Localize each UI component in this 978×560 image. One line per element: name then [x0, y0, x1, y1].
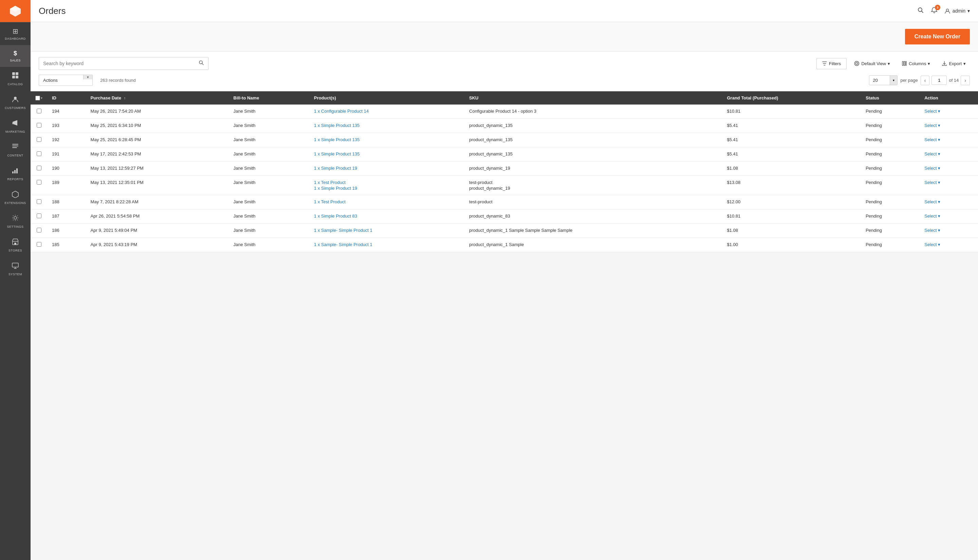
row-bill-to-name: Jane Smith	[229, 195, 309, 209]
row-select-button[interactable]: Select ▾	[925, 152, 940, 157]
row-select-button[interactable]: Select ▾	[925, 213, 940, 218]
product-link[interactable]: 1 x Sample- Simple Product 1	[314, 228, 460, 233]
sidebar-item-marketing[interactable]: MARKETING	[0, 114, 30, 138]
row-checkbox[interactable]	[37, 213, 42, 218]
select-all-chevron[interactable]: ▾	[41, 97, 42, 100]
search-submit-icon[interactable]	[199, 60, 204, 67]
product-link[interactable]: 1 x Sample- Simple Product 1	[314, 242, 460, 247]
select-chevron-icon: ▾	[938, 242, 940, 247]
sidebar-item-label: CATALOG	[7, 82, 23, 86]
select-all-checkbox[interactable]	[35, 96, 40, 100]
row-select-button[interactable]: Select ▾	[925, 199, 940, 204]
sidebar-item-label: REPORTS	[7, 178, 23, 181]
prev-page-button[interactable]: ‹	[921, 76, 930, 85]
row-checkbox[interactable]	[37, 180, 42, 185]
row-bill-to-name: Jane Smith	[229, 162, 309, 176]
row-bill-to-name: Jane Smith	[229, 176, 309, 195]
sidebar-item-content[interactable]: CONTENT	[0, 138, 30, 162]
sidebar-item-reports[interactable]: REPORTS	[0, 162, 30, 186]
row-purchase-date: Apr 9, 2021 5:43:19 PM	[86, 238, 229, 252]
sidebar-item-stores[interactable]: STORES	[0, 233, 30, 257]
sidebar-item-label: CONTENT	[7, 154, 23, 157]
row-select-button[interactable]: Select ▾	[925, 166, 940, 171]
next-page-button[interactable]: ›	[961, 76, 970, 85]
row-checkbox[interactable]	[37, 242, 42, 247]
system-icon	[12, 262, 19, 271]
svg-rect-9	[12, 172, 13, 173]
admin-user[interactable]: admin ▾	[945, 8, 970, 14]
product-link[interactable]: 1 x Simple Product 135	[314, 123, 460, 128]
actions-select-input[interactable]: Actions	[39, 75, 83, 85]
view-label: Default View	[861, 61, 886, 66]
search-input[interactable]	[43, 61, 199, 66]
sidebar-item-label: EXTENSIONS	[4, 201, 26, 205]
per-page-input[interactable]: 20	[870, 76, 890, 85]
sidebar-item-extensions[interactable]: EXTENSIONS	[0, 186, 30, 209]
row-select-button[interactable]: Select ▾	[925, 108, 940, 114]
sidebar-item-dashboard[interactable]: ⊞ DASHBOARD	[0, 22, 30, 45]
product-link[interactable]: 1 x Test Product	[314, 180, 460, 185]
svg-rect-10	[14, 170, 16, 173]
th-purchase-date[interactable]: Purchase Date ↑	[86, 91, 229, 105]
sidebar-item-catalog[interactable]: CATALOG	[0, 67, 30, 91]
product-link[interactable]: 1 x Simple Product 83	[314, 213, 460, 218]
sidebar-logo[interactable]	[0, 0, 30, 22]
sidebar-item-settings[interactable]: SETTINGS	[0, 209, 30, 233]
filters-button[interactable]: Filters	[816, 58, 846, 69]
product-link[interactable]: 1 x Configurable Product 14	[314, 108, 460, 114]
page-number-input[interactable]	[931, 76, 947, 85]
row-products: 1 x Simple Product 19	[309, 162, 464, 176]
row-status: Pending	[861, 209, 920, 224]
page-total: of 14	[949, 78, 959, 83]
row-checkbox[interactable]	[37, 199, 42, 204]
table-row: 190May 13, 2021 12:59:27 PMJane Smith1 x…	[30, 162, 978, 176]
product-link[interactable]: 1 x Simple Product 19	[314, 186, 460, 191]
row-status: Pending	[861, 147, 920, 162]
sidebar-item-customers[interactable]: CUSTOMERS	[0, 91, 30, 114]
row-purchase-date: Apr 26, 2021 5:54:58 PM	[86, 209, 229, 224]
search-box[interactable]	[39, 57, 209, 70]
row-select-button[interactable]: Select ▾	[925, 180, 940, 185]
product-link[interactable]: 1 x Simple Product 135	[314, 137, 460, 142]
svg-point-4	[14, 97, 17, 100]
actions-dropdown-arrow[interactable]: ▾	[83, 75, 92, 79]
sidebar-item-system[interactable]: SYSTEM	[0, 257, 30, 281]
row-grand-total: $1.00	[722, 238, 861, 252]
product-link[interactable]: 1 x Test Product	[314, 199, 460, 204]
row-id: 192	[47, 133, 86, 147]
product-link[interactable]: 1 x Simple Product 19	[314, 166, 460, 171]
row-products: 1 x Sample- Simple Product 1	[309, 238, 464, 252]
pagination: 20 ▾ per page ‹ of 14 ›	[869, 75, 970, 85]
row-checkbox[interactable]	[37, 108, 42, 113]
main-content: Orders 3 admin ▾ Create New Order	[30, 0, 978, 560]
search-icon[interactable]	[917, 7, 924, 15]
table-row: 188May 7, 2021 8:22:28 AMJane Smith1 x T…	[30, 195, 978, 209]
row-select-button[interactable]: Select ▾	[925, 242, 940, 247]
row-products: 1 x Sample- Simple Product 1	[309, 224, 464, 238]
per-page-select[interactable]: 20 ▾	[869, 75, 898, 85]
product-link[interactable]: 1 x Simple Product 135	[314, 152, 460, 157]
actions-dropdown[interactable]: Actions ▾	[39, 75, 93, 86]
search-row: Filters Default View ▾ Columns ▾ Ex	[39, 57, 970, 70]
sidebar-item-sales[interactable]: $ SALES	[0, 45, 30, 67]
row-checkbox[interactable]	[37, 123, 42, 128]
columns-button[interactable]: Columns ▾	[898, 58, 934, 69]
row-bill-to-name: Jane Smith	[229, 119, 309, 133]
export-button[interactable]: Export ▾	[938, 58, 970, 69]
row-select-button[interactable]: Select ▾	[925, 228, 940, 233]
svg-rect-24	[904, 62, 905, 65]
row-sku: product_dynamic_83	[464, 209, 722, 224]
row-checkbox[interactable]	[37, 152, 42, 156]
select-chevron-icon: ▾	[938, 137, 940, 142]
row-select-button[interactable]: Select ▾	[925, 137, 940, 142]
per-page-arrow[interactable]: ▾	[890, 76, 897, 85]
row-select-button[interactable]: Select ▾	[925, 123, 940, 128]
view-button[interactable]: Default View ▾	[850, 58, 894, 69]
row-checkbox[interactable]	[37, 228, 42, 232]
notification-icon[interactable]: 3	[931, 7, 938, 15]
page-header: Orders 3 admin ▾	[30, 0, 978, 22]
create-new-order-button[interactable]: Create New Order	[905, 29, 970, 45]
row-checkbox[interactable]	[37, 137, 42, 142]
settings-icon	[12, 214, 19, 223]
row-checkbox[interactable]	[37, 166, 42, 170]
